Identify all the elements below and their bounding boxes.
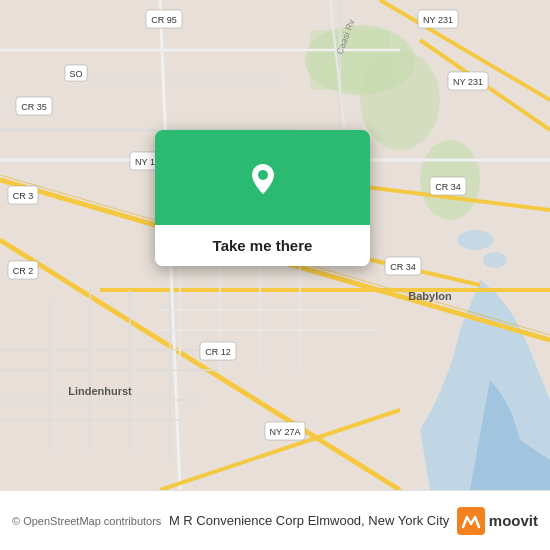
- svg-rect-69: [457, 507, 485, 535]
- map-container: CR 95 SO CR 35 NY 109 CR 3 CR 2 CR 12 NY…: [0, 0, 550, 490]
- svg-text:NY 231: NY 231: [453, 77, 483, 87]
- take-me-there-button[interactable]: Take me there: [155, 225, 370, 266]
- svg-text:CR 2: CR 2: [13, 266, 34, 276]
- svg-text:CR 34: CR 34: [435, 182, 461, 192]
- moovit-icon: [457, 507, 485, 535]
- svg-text:SO: SO: [69, 69, 82, 79]
- bottom-bar: © OpenStreetMap contributors M R Conveni…: [0, 490, 550, 550]
- svg-point-5: [457, 230, 493, 250]
- svg-text:CR 95: CR 95: [151, 15, 177, 25]
- svg-point-68: [258, 170, 268, 180]
- svg-text:NY 27A: NY 27A: [270, 427, 301, 437]
- popup-green-section: [155, 130, 370, 225]
- svg-rect-4: [310, 30, 390, 90]
- popup-card: Take me there: [155, 130, 370, 266]
- svg-text:Babylon: Babylon: [408, 290, 452, 302]
- svg-text:NY 231: NY 231: [423, 15, 453, 25]
- svg-text:CR 35: CR 35: [21, 102, 47, 112]
- moovit-logo: moovit: [457, 507, 538, 535]
- location-title: M R Convenience Corp Elmwood, New York C…: [161, 513, 456, 528]
- svg-text:CR 12: CR 12: [205, 347, 231, 357]
- svg-text:CR 34: CR 34: [390, 262, 416, 272]
- copyright-text: © OpenStreetMap contributors: [12, 515, 161, 527]
- svg-text:Lindenhurst: Lindenhurst: [68, 385, 132, 397]
- location-pin-icon: [239, 154, 287, 202]
- moovit-brand-text: moovit: [489, 512, 538, 529]
- svg-text:CR 3: CR 3: [13, 191, 34, 201]
- svg-point-6: [483, 252, 507, 268]
